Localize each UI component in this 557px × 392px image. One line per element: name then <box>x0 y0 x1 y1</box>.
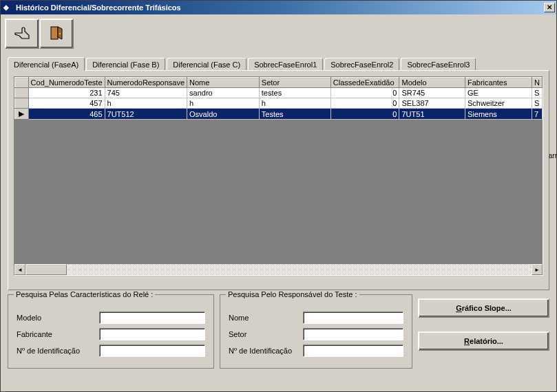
ident-rele-field[interactable] <box>99 345 205 357</box>
row-indicator <box>15 88 29 98</box>
modelo-label: Modelo <box>17 314 99 322</box>
tab-sobrec3[interactable]: SobrecFaseEnrol3 <box>401 58 476 71</box>
cell[interactable]: h <box>259 98 330 109</box>
cell[interactable]: Siemens <box>465 109 532 120</box>
setor-label: Setor <box>229 330 303 338</box>
cell[interactable]: Osvaldo <box>187 109 260 120</box>
svg-rect-0 <box>51 27 58 39</box>
grid-corner <box>15 78 29 88</box>
cell[interactable]: 465 <box>28 109 105 120</box>
exit-button[interactable] <box>39 19 74 49</box>
tab-sobrec2[interactable]: SobrecFaseEnrol2 <box>324 58 399 71</box>
col-cod[interactable]: Cod_NumerodoTeste <box>28 78 105 88</box>
grid-header-row: Cod_NumerodoTeste NumerodoResponsave Nom… <box>15 78 543 88</box>
cell[interactable]: S <box>532 98 543 109</box>
cell[interactable]: SR745 <box>399 88 465 98</box>
cell[interactable]: sandro <box>187 88 260 98</box>
cell[interactable]: Testes <box>259 109 330 120</box>
cell[interactable]: testes <box>259 88 330 98</box>
cell[interactable]: S <box>532 88 543 98</box>
cell[interactable]: 745 <box>105 88 187 98</box>
tab-sobrec1[interactable]: SobrecFaseEnrol1 <box>248 58 323 71</box>
cell[interactable]: 7 <box>532 109 543 120</box>
fabricante-label: Fabricante <box>17 330 99 338</box>
col-n[interactable]: N <box>532 78 543 88</box>
cell[interactable]: 457 <box>28 98 105 109</box>
app-icon: ◆ <box>3 3 13 12</box>
col-classe[interactable]: ClassedeExatidão <box>330 78 399 88</box>
search-rele-group: Pesquisa Pelas Características do Relé :… <box>8 294 214 369</box>
window-title: Histórico Diferencial/Sobrecorrente Trif… <box>16 3 544 12</box>
setor-field[interactable] <box>303 328 403 340</box>
cell[interactable]: 7UT51 <box>399 109 465 120</box>
col-modelo[interactable]: Modelo <box>399 78 465 88</box>
cell[interactable]: 0 <box>330 98 399 109</box>
fabricante-field[interactable] <box>99 328 205 340</box>
pointing-hand-icon <box>12 25 32 43</box>
table-row[interactable]: 231 745 sandro testes 0 SR745 GE S <box>15 88 543 98</box>
cell[interactable]: h <box>187 98 260 109</box>
nome-field[interactable] <box>303 312 403 324</box>
cell[interactable]: 0 <box>330 88 399 98</box>
door-exit-icon <box>47 25 66 43</box>
data-grid[interactable]: Cod_NumerodoTeste NumerodoResponsave Nom… <box>14 76 543 276</box>
tab-diferencial-b[interactable]: Diferencial (Fase B) <box>86 58 165 71</box>
relatorio-button[interactable]: Relatório... <box>418 331 549 351</box>
tab-diferencial-a[interactable]: Diferencial (FaseA) <box>8 57 85 71</box>
cell[interactable]: 231 <box>28 88 105 98</box>
table-row[interactable]: 457 h h h 0 SEL387 Schweitzer S <box>15 98 543 109</box>
scroll-right-button[interactable]: ► <box>532 264 543 275</box>
stray-text: arr <box>549 152 557 160</box>
search-resp-group: Pesquisa Pelo Responsável do Teste : Nom… <box>220 294 412 369</box>
cell[interactable]: 0 <box>330 109 399 120</box>
tab-strip: Diferencial (FaseA) Diferencial (Fase B)… <box>8 58 549 71</box>
search-rele-legend: Pesquisa Pelas Características do Relé : <box>14 290 155 298</box>
svg-point-1 <box>59 33 61 34</box>
row-indicator-current: ▶ <box>15 109 29 120</box>
grafico-slope-button[interactable]: Gráfico Slope... <box>418 298 549 318</box>
cell[interactable]: GE <box>465 88 532 98</box>
ident-resp-label: Nº de Identificação <box>229 347 303 355</box>
scroll-track[interactable] <box>25 264 532 275</box>
table-row[interactable]: ▶ 465 7UT512 Osvaldo Testes 0 7UT51 Siem… <box>15 109 543 120</box>
col-resp[interactable]: NumerodoResponsave <box>105 78 187 88</box>
horizontal-scrollbar[interactable]: ◄ ► <box>14 264 543 275</box>
cell[interactable]: Schweitzer <box>465 98 532 109</box>
toolbar <box>5 19 552 49</box>
scroll-left-button[interactable]: ◄ <box>14 264 25 275</box>
cell[interactable]: SEL387 <box>399 98 465 109</box>
row-indicator <box>15 98 29 109</box>
tab-diferencial-c[interactable]: Diferencial (Fase C) <box>167 58 246 71</box>
ident-rele-label: Nº de Identificação <box>17 347 99 355</box>
cell[interactable]: 7UT512 <box>105 109 187 120</box>
titlebar: ◆ Histórico Diferencial/Sobrecorrente Tr… <box>1 1 556 14</box>
col-setor[interactable]: Setor <box>259 78 330 88</box>
cell[interactable]: h <box>105 98 187 109</box>
back-button[interactable] <box>5 19 39 49</box>
col-fabricante[interactable]: Fabricantes <box>465 78 532 88</box>
col-nome[interactable]: Nome <box>187 78 260 88</box>
modelo-field[interactable] <box>99 312 205 324</box>
close-button[interactable]: ✕ <box>544 3 555 12</box>
nome-label: Nome <box>229 314 303 322</box>
tab-panel: Cod_NumerodoTeste NumerodoResponsave Nom… <box>8 70 549 290</box>
search-resp-legend: Pesquisa Pelo Responsável do Teste : <box>226 290 359 298</box>
scroll-thumb[interactable] <box>25 264 67 275</box>
ident-resp-field[interactable] <box>303 345 403 357</box>
